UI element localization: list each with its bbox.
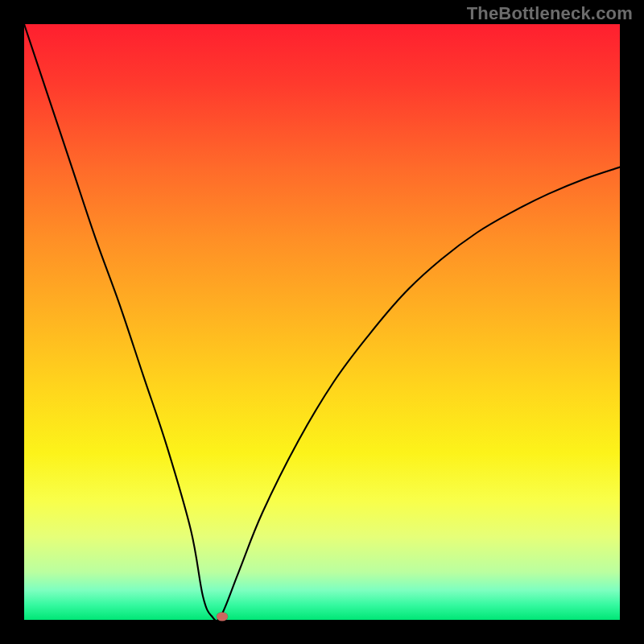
chart-frame: TheBottleneck.com [0,0,644,644]
bottleneck-curve [24,24,620,620]
curve-layer [24,24,620,620]
minimum-marker [217,612,228,621]
watermark-text: TheBottleneck.com [467,3,633,24]
plot-area [24,24,620,620]
